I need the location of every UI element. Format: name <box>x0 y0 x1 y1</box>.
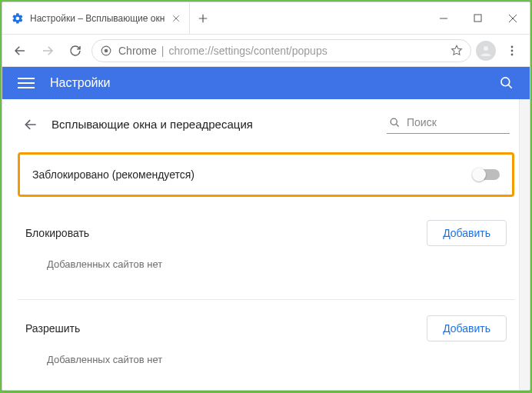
svg-point-3 <box>484 46 488 51</box>
search-icon <box>388 116 401 128</box>
svg-rect-0 <box>474 15 481 22</box>
svg-point-2 <box>105 48 108 52</box>
minimize-button[interactable] <box>426 2 461 34</box>
allow-empty-note: Добавленных сайтов нет <box>25 354 507 365</box>
titlebar: Настройки – Всплывающие окн <box>2 2 530 35</box>
page-scroll-area: Всплывающие окна и переадресация Поиск З… <box>2 99 519 390</box>
browser-window: Настройки – Всплывающие окн <box>2 2 530 391</box>
page-header: Всплывающие окна и переадресация Поиск <box>18 99 514 145</box>
tab-title: Настройки – Всплывающие окн <box>30 13 165 24</box>
settings-gear-icon <box>12 12 24 25</box>
window-controls <box>426 2 530 34</box>
allow-section-label: Разрешить <box>25 322 427 335</box>
tab-close-icon[interactable] <box>171 13 181 24</box>
appbar-search-icon[interactable] <box>499 75 514 91</box>
browser-tab[interactable]: Настройки – Всплывающие окн <box>2 2 190 34</box>
block-section-header: Блокировать Добавить <box>25 220 507 246</box>
block-empty-note: Добавленных сайтов нет <box>25 258 507 270</box>
block-add-button[interactable]: Добавить <box>427 220 507 246</box>
blocked-toggle-row: Заблокировано (рекомендуется) <box>18 152 514 197</box>
svg-point-5 <box>511 49 514 52</box>
address-bar[interactable]: Chrome | chrome://settings/content/popup… <box>91 39 471 62</box>
new-tab-button[interactable] <box>190 2 216 34</box>
profile-avatar[interactable] <box>476 41 496 61</box>
svg-point-7 <box>501 78 510 86</box>
settings-appbar: Настройки <box>2 67 530 99</box>
block-section: Блокировать Добавить Добавленных сайтов … <box>18 214 514 295</box>
nav-forward-button[interactable] <box>36 39 59 62</box>
appbar-title: Настройки <box>50 76 499 90</box>
bookmark-star-icon[interactable] <box>451 45 463 57</box>
kebab-menu-button[interactable] <box>500 39 524 62</box>
titlebar-spacer <box>216 2 426 34</box>
page-content: Настройки Всплывающие окна и переадресац… <box>2 67 530 390</box>
block-section-label: Блокировать <box>25 227 427 239</box>
address-path: chrome://settings/content/popups <box>168 45 327 57</box>
settings-search-box[interactable]: Поиск <box>387 115 510 134</box>
nav-back-button[interactable] <box>8 39 32 62</box>
svg-point-8 <box>391 118 397 125</box>
allow-add-button[interactable]: Добавить <box>427 315 507 341</box>
svg-point-4 <box>511 45 514 48</box>
site-info-icon[interactable] <box>100 45 112 57</box>
blocked-toggle-label: Заблокировано (рекомендуется) <box>32 168 474 181</box>
address-separator: | <box>161 45 165 57</box>
address-host: Chrome <box>118 45 157 57</box>
settings-search-placeholder: Поиск <box>407 116 437 128</box>
toggle-knob <box>472 168 486 182</box>
close-window-button[interactable] <box>495 2 530 34</box>
allow-section: Разрешить Добавить Добавленных сайтов не… <box>18 309 514 390</box>
hamburger-menu-icon[interactable] <box>18 78 35 88</box>
address-text: Chrome | chrome://settings/content/popup… <box>118 45 328 57</box>
blocked-toggle[interactable] <box>474 169 500 180</box>
page-title: Всплывающие окна и переадресация <box>52 118 374 131</box>
maximize-button[interactable] <box>461 2 495 34</box>
section-divider <box>18 299 514 300</box>
page-back-icon[interactable] <box>22 116 39 133</box>
settings-page: Всплывающие окна и переадресация Поиск З… <box>2 99 530 390</box>
reload-button[interactable] <box>64 39 87 62</box>
svg-point-6 <box>511 53 514 55</box>
browser-toolbar: Chrome | chrome://settings/content/popup… <box>2 35 530 67</box>
vertical-scrollbar[interactable] <box>519 99 530 390</box>
allow-section-header: Разрешить Добавить <box>25 315 507 341</box>
